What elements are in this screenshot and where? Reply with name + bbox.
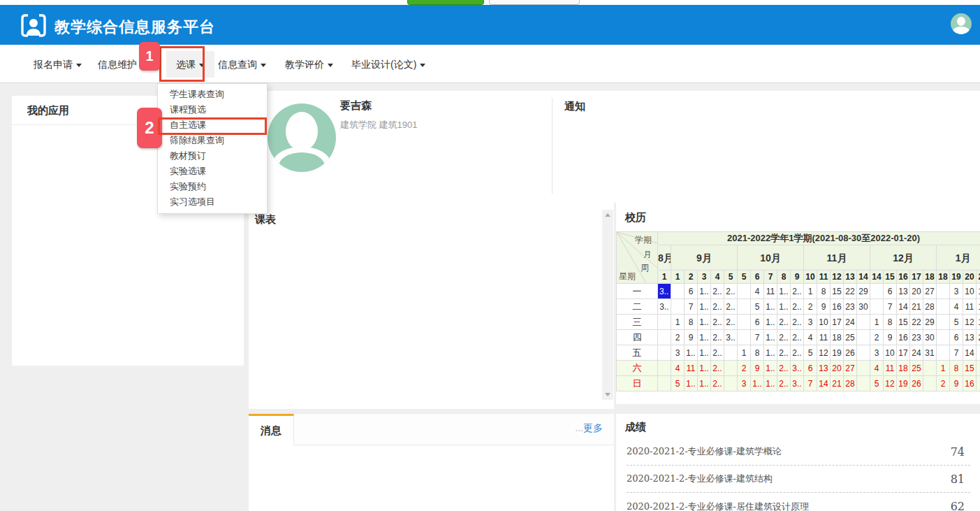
calendar-cell[interactable]: 29 [857,284,870,299]
calendar-cell[interactable]: 2.. [724,299,738,315]
calendar-cell[interactable]: 14 [817,376,831,391]
calendar-cell[interactable]: 29 [923,315,937,330]
calendar-cell[interactable]: 28 [844,376,857,391]
calendar-cell[interactable]: 2.. [711,345,724,361]
calendar-cell[interactable]: 10 [817,315,831,330]
calendar-cell[interactable]: 28 [923,299,937,315]
calendar-cell[interactable]: 4 [671,361,685,376]
calendar-cell[interactable]: 1 [738,345,751,361]
scroll-down-icon[interactable] [605,393,610,396]
grade-row-1[interactable]: 2020-2021-2-专业必修课-建筑结构81 [627,466,970,493]
calendar-cell[interactable]: 25 [910,361,923,376]
calendar-cell[interactable]: 2.. [711,330,724,345]
calendar-cell[interactable]: 2.. [724,284,738,299]
calendar-cell[interactable]: 7 [751,330,764,345]
calendar-cell[interactable] [857,361,870,376]
messages-more-link[interactable]: ...更多 [575,422,603,435]
calendar-cell[interactable] [738,284,751,299]
calendar-cell[interactable] [977,361,980,376]
calendar-cell[interactable]: 4 [870,361,884,376]
calendar-cell[interactable]: 2.. [791,315,804,330]
calendar-cell[interactable]: 18 [897,361,910,376]
calendar-cell[interactable]: 9 [884,330,897,345]
calendar-cell[interactable]: 27 [923,284,937,299]
calendar-cell[interactable]: 2 [671,330,685,345]
calendar-cell[interactable]: 26 [910,376,923,391]
calendar-cell[interactable]: 1 [870,315,884,330]
dropdown-item-5[interactable]: 实验选课 [158,164,267,179]
calendar-cell[interactable]: 1.. [698,315,711,330]
dropdown-item-0[interactable]: 学生课表查询 [158,87,267,102]
calendar-cell[interactable]: 4 [950,299,963,315]
calendar-cell[interactable] [937,315,950,330]
calendar-cell[interactable]: 12 [817,345,831,361]
calendar-cell[interactable]: 11 [963,299,977,315]
calendar-cell[interactable]: 1.. [698,361,711,376]
calendar-cell[interactable]: 2 [870,330,884,345]
calendar-cell[interactable]: 2.. [724,315,738,330]
calendar-cell[interactable]: 7 [685,299,698,315]
calendar-cell[interactable]: 2.. [711,299,724,315]
calendar-cell[interactable]: 2.. [777,376,791,391]
calendar-cell[interactable]: 1.. [698,376,711,391]
calendar-cell[interactable] [658,315,671,330]
calendar-cell[interactable]: 27 [844,361,857,376]
nav-item-0[interactable]: 报名申请 [29,55,86,73]
timetable-scrollbar[interactable] [602,210,613,400]
calendar-cell[interactable]: 1.. [764,330,777,345]
calendar-cell[interactable]: 6 [950,330,963,345]
calendar-cell[interactable]: 12 [884,376,897,391]
tab-messages[interactable]: 消息 [249,414,294,445]
calendar-cell[interactable]: 26 [844,345,857,361]
calendar-cell[interactable]: 9 [950,376,963,391]
calendar-cell[interactable]: 7 [950,345,963,361]
calendar-cell[interactable] [857,376,870,391]
calendar-cell[interactable]: 2.. [791,299,804,315]
dropdown-item-1[interactable]: 课程预选 [158,102,267,117]
dialog-cancel-button-stub[interactable] [489,0,580,5]
calendar-cell[interactable]: 17 [831,315,844,330]
calendar-cell[interactable]: 1.. [685,376,698,391]
calendar-cell[interactable]: 1.. [698,345,711,361]
calendar-cell[interactable] [977,376,980,391]
calendar-cell[interactable]: 1.. [698,299,711,315]
dropdown-item-6[interactable]: 实验预约 [158,179,267,194]
calendar-cell[interactable]: 1.. [764,376,777,391]
calendar-cell[interactable] [937,330,950,345]
calendar-cell[interactable] [724,376,738,391]
calendar-cell[interactable]: 3 [950,284,963,299]
calendar-cell[interactable]: 15 [897,315,910,330]
calendar-cell[interactable]: 13 [817,361,831,376]
calendar-cell[interactable]: 2.. [791,330,804,345]
dropdown-item-7[interactable]: 实习选项目 [158,194,267,210]
calendar-cell[interactable]: 19 [977,315,980,330]
calendar-cell[interactable]: 1 [671,315,685,330]
calendar-cell[interactable]: 22 [844,284,857,299]
calendar-cell[interactable]: 24 [844,315,857,330]
calendar-cell[interactable] [658,330,671,345]
calendar-cell[interactable]: 3 [738,376,751,391]
calendar-cell[interactable] [857,345,870,361]
calendar-cell[interactable]: 4 [751,284,764,299]
calendar-cell[interactable]: 1.. [777,299,791,315]
calendar-cell[interactable]: 19 [831,345,844,361]
calendar-cell[interactable]: 2 [804,299,817,315]
calendar-cell[interactable] [738,299,751,315]
calendar-cell[interactable]: 15 [963,361,977,376]
calendar-cell[interactable]: 15 [831,284,844,299]
calendar-cell[interactable]: 2.. [777,345,791,361]
calendar-cell[interactable]: 3.. [658,299,671,315]
calendar-cell[interactable]: 14 [897,299,910,315]
calendar-cell[interactable] [724,345,738,361]
calendar-cell[interactable]: 19 [897,376,910,391]
calendar-cell[interactable] [977,345,980,361]
calendar-cell[interactable]: 30 [923,330,937,345]
calendar-cell[interactable] [857,315,870,330]
calendar-cell[interactable]: 3 [804,315,817,330]
calendar-cell[interactable]: 22 [910,315,923,330]
calendar-cell[interactable]: 17 [897,345,910,361]
calendar-cell[interactable] [923,361,937,376]
calendar-cell[interactable]: 1.. [698,284,711,299]
calendar-cell[interactable]: 18 [977,299,980,315]
user-avatar-icon[interactable] [951,13,972,34]
